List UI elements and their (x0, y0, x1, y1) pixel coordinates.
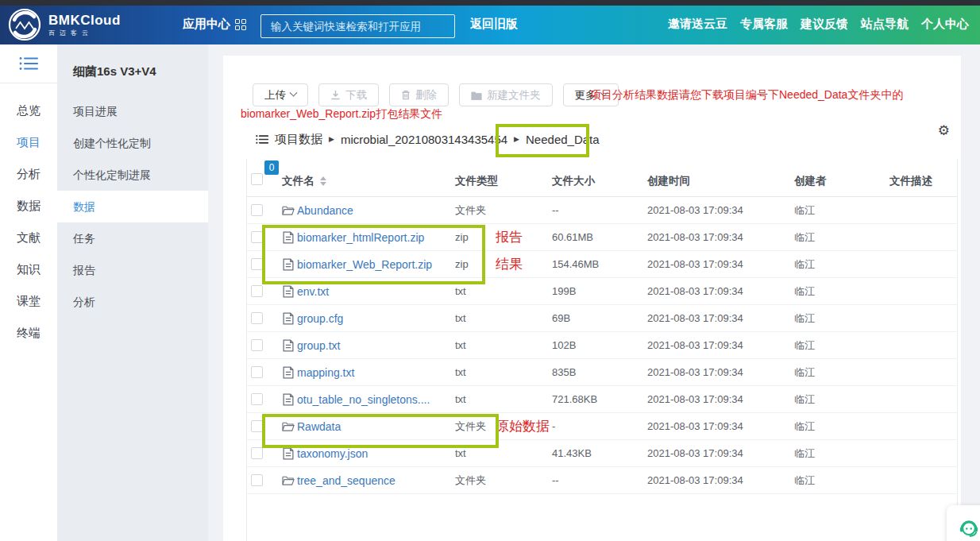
sidebar-item[interactable]: 分析 (0, 158, 57, 190)
row-checkbox[interactable] (251, 474, 263, 486)
gear-icon[interactable]: ⚙ (938, 124, 950, 137)
file-creator: 临江 (794, 251, 815, 278)
file-creator: 临江 (794, 224, 815, 251)
project-sidebar-item[interactable]: 创建个性化定制 (57, 127, 208, 159)
file-created: 2021-08-03 17:09:34 (647, 467, 743, 494)
delete-button[interactable]: 删除 (389, 83, 449, 106)
sidebar-item[interactable]: 总览 (0, 95, 57, 126)
row-checkbox[interactable] (251, 231, 263, 243)
file-size: 199B (552, 278, 576, 305)
file-name-link[interactable]: group.cfg (297, 305, 343, 332)
file-name-link[interactable]: env.txt (297, 278, 329, 305)
file-created: 2021-08-03 17:09:34 (647, 440, 743, 467)
app-center-button[interactable]: 应用中心 (183, 17, 246, 32)
sidebar-item[interactable]: 数据 (0, 190, 57, 222)
table-row: Rawdata 文件夹 - 2021-08-03 17:09:34 临江 原始数… (247, 413, 957, 440)
icon-sidebar-menu: 总览项目分析数据文献知识课堂终端 (0, 95, 57, 349)
file-name-link[interactable]: otu_table_no_singletons.... (297, 386, 430, 413)
project-sidebar: 细菌16s V3+V4 项目进展创建个性化定制个性化定制进展数据任务报告分析 (57, 44, 208, 541)
red-annotation: 报告 (496, 224, 523, 251)
upload-button[interactable]: 上传 (253, 83, 308, 106)
table-row: mapping.txt txt 835B 2021-08-03 17:09:34… (247, 359, 957, 386)
sidebar-item[interactable]: 项目 (0, 126, 57, 158)
file-name-link[interactable]: Rawdata (297, 413, 341, 440)
file-name-link[interactable]: taxonomy.json (297, 440, 368, 467)
sidebar-item[interactable]: 文献 (0, 222, 57, 253)
file-creator: 临江 (794, 413, 815, 440)
file-creator: 临江 (794, 359, 815, 386)
table-header: 0 文件名 文件类型文件大小创建时间创建者文件描述 (247, 159, 957, 197)
project-sidebar-item[interactable]: 任务 (57, 222, 208, 254)
project-sidebar-item[interactable]: 个性化定制进展 (57, 159, 208, 191)
project-sidebar-item[interactable]: 项目进展 (57, 95, 208, 127)
table-row: group.txt txt 102B 2021-08-03 17:09:34 临… (247, 332, 957, 359)
sidebar-item[interactable]: 知识 (0, 253, 57, 285)
sidebar-item[interactable]: 课堂 (0, 285, 57, 317)
select-all-checkbox[interactable] (251, 173, 263, 185)
row-checkbox[interactable] (251, 312, 263, 324)
download-button[interactable]: 下载 (318, 83, 379, 106)
row-checkbox[interactable] (251, 447, 263, 459)
top-strip (0, 0, 980, 6)
file-icon (282, 366, 295, 379)
project-sidebar-item[interactable]: 报告 (57, 254, 208, 286)
folder-icon (282, 474, 295, 487)
file-type: zip (455, 251, 469, 278)
table-row: biomarker_Web_Report.zip zip 154.46MB 20… (247, 251, 957, 278)
column-header: 文件大小 (552, 159, 595, 197)
file-icon (282, 393, 295, 406)
breadcrumb-separator-icon: ▶ (329, 135, 334, 143)
table-row: biomarker_htmlReport.zip zip 60.61MB 202… (247, 224, 957, 251)
navbar-menu-item[interactable]: 专属客服 (740, 17, 788, 32)
file-name-link[interactable]: mapping.txt (297, 359, 354, 386)
file-creator: 临江 (794, 305, 815, 332)
breadcrumb-root[interactable]: 项目数据 (275, 132, 322, 147)
search-input[interactable] (260, 14, 455, 38)
row-checkbox[interactable] (251, 393, 263, 405)
file-icon (282, 447, 295, 460)
file-icon (282, 258, 295, 271)
breadcrumb-project-folder[interactable]: microbial_20210803143435454 (341, 133, 507, 146)
bmkcloud-logo[interactable]: BMKCloud 百迈客云 (8, 8, 121, 41)
table-row: env.txt txt 199B 2021-08-03 17:09:34 临江 (247, 278, 957, 305)
navbar-menu-item[interactable]: 邀请送云豆 (668, 17, 727, 32)
row-checkbox[interactable] (251, 204, 263, 216)
back-to-old-version-button[interactable]: 返回旧版 (470, 17, 518, 32)
sidebar-divider (0, 83, 57, 83)
breadcrumb-separator-icon: ▶ (514, 135, 519, 143)
project-title: 细菌16s V3+V4 (57, 64, 208, 79)
navbar: BMKCloud 百迈客云 应用中心 返回旧版 邀请送云豆专属客服建议反馈站点导… (0, 6, 980, 44)
content-card: 上传 下载 删除 新建 (223, 56, 961, 541)
collapse-menu-button[interactable] (0, 44, 57, 83)
navbar-menu-item[interactable]: 站点导航 (861, 17, 909, 32)
file-name-link[interactable]: biomarker_htmlReport.zip (297, 224, 424, 251)
brand-name: BMKCloud (48, 14, 121, 27)
file-type: 文件夹 (455, 467, 486, 494)
row-checkbox[interactable] (251, 285, 263, 297)
file-name-link[interactable]: Abundance (297, 197, 353, 224)
customer-service-button[interactable] (947, 505, 980, 541)
project-sidebar-item[interactable]: 数据 (57, 191, 208, 222)
file-name-link[interactable]: group.txt (297, 332, 340, 359)
file-name-link[interactable]: tree_and_sequence (297, 467, 395, 494)
navbar-menu-item[interactable]: 建议反馈 (801, 17, 848, 32)
list-menu-icon (19, 56, 38, 71)
sort-icon[interactable] (320, 176, 326, 186)
row-checkbox[interactable] (251, 366, 263, 378)
new-folder-button[interactable]: 新建文件夹 (459, 83, 553, 106)
file-creator: 临江 (794, 197, 815, 224)
row-checkbox[interactable] (251, 339, 263, 351)
row-checkbox[interactable] (251, 258, 263, 270)
file-table: 0 文件名 文件类型文件大小创建时间创建者文件描述 Abundance 文件夹 … (246, 159, 958, 541)
row-checkbox[interactable] (251, 420, 263, 432)
navbar-menu-item[interactable]: 个人中心 (921, 17, 969, 32)
file-name-link[interactable]: biomarker_Web_Report.zip (297, 251, 432, 278)
sidebar-item[interactable]: 终端 (0, 317, 57, 349)
breadcrumb-current-folder[interactable]: Needed_Data (526, 133, 600, 146)
column-header-filename[interactable]: 文件名 (282, 159, 326, 197)
file-icon (282, 231, 295, 244)
download-icon (330, 90, 341, 100)
project-sidebar-item[interactable]: 分析 (57, 286, 208, 318)
red-annotation: 原始数据 (496, 413, 550, 440)
navbar-right-menu: 邀请送云豆专属客服建议反馈站点导航个人中心 (668, 17, 969, 32)
